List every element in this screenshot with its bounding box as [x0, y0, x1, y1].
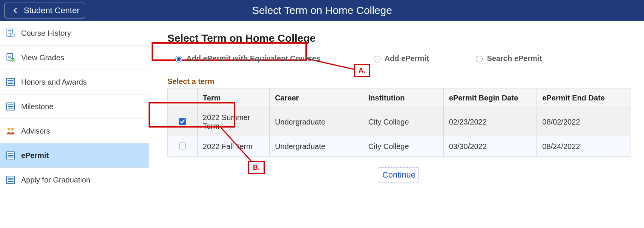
- col-institution-header: Institution: [363, 88, 443, 108]
- section-title: Select a term: [167, 77, 630, 86]
- page-header-title: Select Term on Home College: [252, 5, 392, 17]
- row-checkbox[interactable]: [179, 118, 186, 125]
- doc-grade-icon: 95: [5, 52, 16, 63]
- sidebar-item-label: Course History: [21, 29, 71, 38]
- sidebar-item-label: Apply for Graduation: [21, 176, 90, 184]
- radio-search-input[interactable]: [476, 56, 483, 62]
- svg-point-20: [11, 128, 14, 131]
- sidebar-item-honors-awards[interactable]: Honors and Awards: [0, 70, 149, 94]
- radio-add[interactable]: Add ePermit: [372, 54, 429, 63]
- sidebar-item-label: Milestone: [21, 102, 54, 111]
- table-header-row: Term Career Institution ePermit Begin Da…: [168, 88, 630, 108]
- cell-institution: City College: [363, 136, 443, 157]
- sidebar-item-view-grades[interactable]: 95 View Grades: [0, 46, 149, 70]
- row-checkbox[interactable]: [179, 143, 186, 149]
- table-row: 2022 Fall Term Undergraduate City Colleg…: [168, 136, 630, 157]
- sidebar-item-label: ePermit: [21, 151, 49, 160]
- sidebar-item-course-history[interactable]: Course History: [0, 21, 149, 46]
- svg-point-19: [8, 128, 10, 131]
- doc-list-icon: [5, 28, 16, 38]
- lines-icon: [5, 77, 16, 87]
- lines-icon: [5, 150, 16, 161]
- cell-term: 2022 Fall Term: [197, 136, 269, 157]
- col-term-header: Term: [197, 88, 269, 108]
- radio-add-input[interactable]: [374, 56, 380, 62]
- main-content: Select Term on Home College Add ePermit …: [149, 21, 644, 198]
- cell-term: 2022 Summer Term: [197, 108, 269, 136]
- col-begin-header: ePermit Begin Date: [443, 88, 537, 108]
- cell-begin: 02/23/2022: [443, 108, 537, 136]
- lines-icon: [5, 101, 16, 112]
- lines-icon: [5, 175, 16, 185]
- svg-text:95: 95: [11, 58, 14, 62]
- sidebar-item-epermit[interactable]: ePermit: [0, 143, 149, 168]
- header-bar: Student Center Select Term on Home Colle…: [0, 0, 644, 21]
- radio-add-equiv[interactable]: Add ePermit with Equivalent Courses: [167, 50, 327, 67]
- sidebar-item-advisors[interactable]: Advisors: [0, 119, 149, 143]
- radio-label: Search ePermit: [487, 54, 542, 63]
- back-label: Student Center: [24, 6, 80, 15]
- page-title: Select Term on Home College: [167, 32, 630, 44]
- continue-button[interactable]: Continue: [379, 167, 419, 182]
- svg-rect-4: [11, 33, 14, 37]
- sidebar-item-label: Advisors: [21, 127, 50, 135]
- col-end-header: ePermit End Date: [537, 88, 630, 108]
- cell-begin: 03/30/2022: [443, 136, 537, 157]
- cell-career: Undergraduate: [270, 108, 363, 136]
- radio-row: Add ePermit with Equivalent Courses Add …: [167, 47, 630, 75]
- cell-end: 08/24/2022: [537, 136, 630, 157]
- sidebar-item-milestone[interactable]: Milestone: [0, 94, 149, 119]
- sidebar-item-label: View Grades: [21, 53, 64, 62]
- radio-label: Add ePermit: [385, 54, 429, 63]
- people-icon: [5, 126, 16, 136]
- radio-label: Add ePermit with Equivalent Courses: [186, 54, 320, 63]
- sidebar: Course History 95 View Grades Honors and…: [0, 21, 149, 198]
- col-career-header: Career: [270, 88, 363, 108]
- table-row: 2022 Summer Term Undergraduate City Coll…: [168, 108, 630, 136]
- chevron-left-icon: [10, 5, 21, 16]
- cell-end: 08/02/2022: [537, 108, 630, 136]
- sidebar-item-label: Honors and Awards: [21, 78, 87, 87]
- col-check-header: [168, 88, 198, 108]
- radio-add-equiv-input[interactable]: [175, 56, 182, 62]
- cell-career: Undergraduate: [270, 136, 363, 157]
- sidebar-item-apply-graduation[interactable]: Apply for Graduation: [0, 168, 149, 192]
- radio-search[interactable]: Search ePermit: [474, 54, 542, 63]
- term-table: Term Career Institution ePermit Begin Da…: [167, 88, 630, 157]
- cell-institution: City College: [363, 108, 443, 136]
- back-button[interactable]: Student Center: [5, 3, 85, 18]
